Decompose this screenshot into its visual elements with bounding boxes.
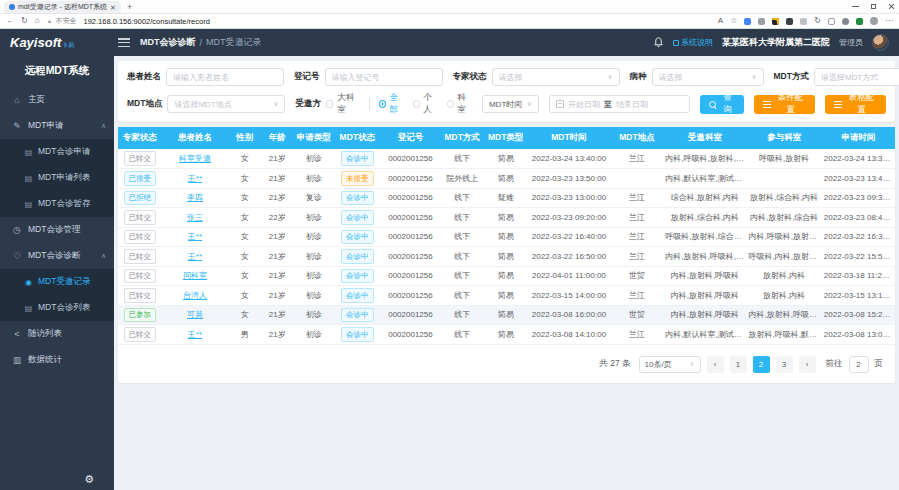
new-tab-button[interactable]: + [127,3,132,13]
extensions-puzzle-icon[interactable] [842,18,849,25]
favorite-star-icon[interactable]: ☆ [730,17,737,25]
mdt-place-cell: 兰江 [611,325,664,345]
mdt-place-label: MDT地点 [127,98,162,110]
radio-all[interactable]: 全部 [379,92,404,116]
patient-name-cell: 台湾人 [162,286,229,306]
big-dept-checkbox[interactable]: 大科室 [326,92,360,116]
sidebar-subitem[interactable]: ▤MDT会诊申请 [0,139,114,165]
sidebar-subitem[interactable]: ▤MDT申请列表 [0,165,114,191]
column-header: 参与科室 [746,127,821,149]
window-maximize-icon[interactable] [870,3,877,10]
column-header: 患者姓名 [162,127,229,149]
search-button[interactable]: 查询 [700,95,744,114]
sidebar-subitem[interactable]: ▤MDT会诊列表 [0,295,114,321]
back-icon[interactable]: ← [6,17,14,25]
disease-select[interactable]: 请选择∨ [652,68,764,86]
extension-icon[interactable] [786,18,793,25]
browser-tabstrip: mdt受邀记录 - 远程MDT系统 ✕ + [0,0,899,14]
home-icon[interactable]: ⌂ [35,17,40,25]
patient-name-input[interactable]: 请输入患者姓名 [166,68,284,86]
radio-dept[interactable]: 科室 [447,92,472,116]
main-content: 患者姓名 请输入患者姓名 登记号 请输入登记号 专家状态 请选择∨ 病种 请选择… [114,56,899,490]
patient-name-link[interactable]: 李四 [187,193,203,202]
patient-name-link[interactable]: 王** [188,232,202,241]
mdt-time-cell: 2022-03-15 14:00:00 [527,286,610,306]
visit-type-cell: 初诊 [294,266,334,286]
expert-status-cell: 已接受 [118,169,162,189]
extension-icon[interactable] [800,18,807,25]
patient-name-link[interactable]: 同科室 [183,271,207,280]
patient-name-link[interactable]: 王** [188,252,202,261]
sidebar-item[interactable]: <随访列表 [0,321,114,347]
column-header: MDT状态 [334,127,381,149]
user-role: 管理员 [839,37,863,48]
settings-gear-icon[interactable]: ⚙ [84,474,94,485]
page-button[interactable]: 1 [730,356,747,373]
sidebar-item[interactable]: ◷MDT会诊管理 [0,217,114,243]
condition-config-button[interactable]: 条件配置 [754,95,815,114]
sidebar-subitem[interactable]: ◉MDT受邀记录 [0,269,114,295]
sidebar-item[interactable]: ⌂主页 [0,87,114,113]
mdt-place-select[interactable]: 请选择MDT地点∨ [167,95,285,113]
extension-icon[interactable] [856,18,863,25]
patient-name-link[interactable]: 王** [188,174,202,183]
notification-bell-icon[interactable] [653,37,664,48]
patient-name-cell: 王** [162,325,229,345]
table-config-button[interactable]: 表格配置 [825,95,886,114]
refresh2-icon[interactable]: ↻ [814,17,821,25]
next-page-button[interactable]: › [799,356,816,373]
favicon [9,4,15,10]
extension-icon[interactable] [758,18,765,25]
date-end: 结束日期 [616,99,648,110]
extension-icon[interactable] [744,18,751,25]
joined-depts-cell [746,169,821,189]
mdt-mode-select[interactable]: 请选择MDT方式∨ [814,68,899,86]
more-menu-icon[interactable]: ⋯ [885,17,893,25]
tab-close-icon[interactable]: ✕ [110,4,116,11]
time-field-select[interactable]: MDT时间∨ [482,95,539,113]
sidebar-item[interactable]: ▥数据统计 [0,347,114,373]
refresh-icon[interactable]: ↻ [21,17,28,25]
window-close-icon[interactable] [888,3,895,10]
url-text[interactable]: 192.168.0.156:9002/consultate/record [84,17,210,26]
patient-name-link[interactable]: 王** [188,330,202,339]
sidebar-subitem[interactable]: ▤MDT会诊暂存 [0,191,114,217]
expert-status-label: 专家状态 [453,71,487,83]
joined-depts-cell: 呼吸科,放射科 [746,149,821,169]
clock-icon: ◷ [12,225,22,235]
page-button[interactable]: 2 [753,356,770,373]
patient-name-link[interactable]: 可莫 [187,310,203,319]
goto-page-input[interactable]: 2 [849,356,869,373]
sidebar-item[interactable]: ✎MDT申请∧ [0,113,114,139]
mdt-time-cell: 2022-03-23 13:50:00 [527,169,610,189]
date-range-picker[interactable]: 开始日期 至 结束日期 [549,95,690,113]
browser-tab[interactable]: mdt受邀记录 - 远程MDT系统 ✕ [4,1,121,13]
radio-personal[interactable]: 个人 [413,92,438,116]
extension-icon[interactable] [772,18,779,25]
user-avatar[interactable] [872,34,889,51]
patient-name-cell: 王** [162,227,229,247]
window-minimize-icon[interactable] [852,3,859,10]
patient-name-link[interactable]: 台湾人 [183,291,207,300]
system-help-link[interactable]: 系统说明 [673,37,713,48]
age-cell: 21岁 [261,286,294,306]
patient-name-link[interactable]: 科室受邀 [179,154,211,163]
patient-name-link[interactable]: 张三 [187,213,203,222]
column-header: 登记号 [381,127,441,149]
browser-profile-avatar[interactable] [870,17,878,25]
sidebar-item[interactable]: ♡MDT会诊诊断∧ [0,243,114,269]
table-row: 已接受王**女21岁初诊未接受0002001256院外线上简易2022-03-2… [118,169,895,189]
page-size-select[interactable]: 10条/页 ∨ [639,356,701,373]
security-chip[interactable]: ▲ 不安全 [47,16,77,26]
split-screen-icon[interactable] [828,18,835,25]
text-size-icon[interactable]: A [718,17,723,25]
mdt-place-cell: 兰江 [611,149,664,169]
reg-no-input[interactable]: 请输入登记号 [325,68,443,86]
visit-type-cell: 初诊 [294,305,334,325]
date-separator: 至 [604,99,612,110]
mdt-mode-cell: 院外线上 [440,169,484,189]
collapse-menu-icon[interactable] [118,38,130,47]
expert-status-select[interactable]: 请选择∨ [492,68,620,86]
prev-page-button[interactable]: ‹ [707,356,724,373]
page-button[interactable]: 3 [776,356,793,373]
